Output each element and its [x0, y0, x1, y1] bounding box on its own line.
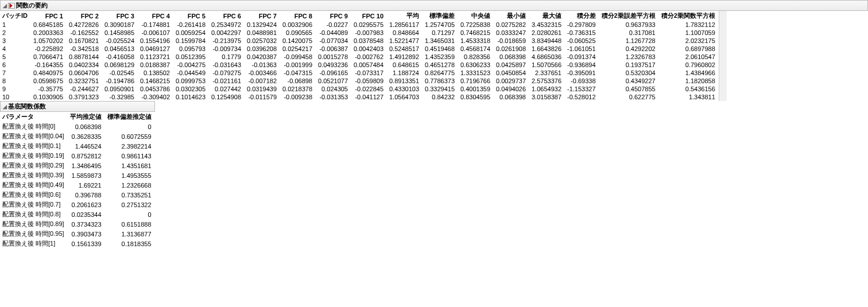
table-cell: 0.828356 [458, 53, 494, 61]
table-row[interactable]: 配置換え後 時間[0.8]0.02353440 [0, 209, 155, 219]
table-cell: -1.153327 [565, 85, 599, 93]
table-cell: 3.0158387 [529, 93, 565, 101]
table-cell: 0.0302305 [173, 85, 209, 93]
table-row[interactable]: 31.05702020.1670821-0.0255240.15541960.1… [0, 37, 719, 45]
table-cell: 1.4352359 [423, 53, 458, 61]
table-cell: 0.3090187 [102, 21, 138, 29]
table-row[interactable]: 配置換え後 時間[0.95]0.39034731.3136877 [0, 229, 155, 239]
table-cell: 0.6151888 [105, 219, 155, 229]
table-cell: -0.077034 [316, 37, 351, 45]
table-cell: 1.4953555 [105, 170, 155, 180]
table-cell: 0.024305 [316, 85, 351, 93]
table-cell: 2.5753376 [529, 77, 565, 85]
table-row[interactable]: 配置換え後 時間[0.1]1.4465242.3982214 [0, 141, 155, 151]
table-cell: 0.5436156 [659, 85, 719, 93]
table-cell: 0.0453786 [138, 85, 173, 93]
table-row[interactable]: 配置換え後 時間[0.6]0.3967880.7335251 [0, 190, 155, 200]
table-cell: 0.1670821 [67, 37, 102, 45]
table-cell: 0.3329415 [423, 85, 458, 93]
table-row[interactable]: 配置換え後 時間[0.49]1.692211.2326668 [0, 180, 155, 190]
table-cell: 0.0512395 [173, 53, 209, 61]
disclosure-icon[interactable]: ◢ [3, 104, 7, 110]
table-cell: 0.6306233 [458, 61, 494, 69]
table-cell: -0.044549 [173, 69, 209, 77]
table-row[interactable]: 配置換え後 時間[0.29]1.34864951.4351681 [0, 161, 155, 170]
table-row[interactable]: 100.10309050.3791323-0.32985-0.3094020.1… [0, 93, 719, 101]
table-row[interactable]: 配置換え後 時間[1]0.15613390.1818355 [0, 239, 155, 248]
table-cell: 0.7786373 [423, 77, 458, 85]
disclosure-icon[interactable]: ◢ [3, 3, 7, 9]
table-row[interactable]: 4-0.225892-0.3425180.04565130.04691270.0… [0, 45, 719, 53]
table-row[interactable]: 配置換え後 時間[0.39]1.58598731.4953555 [0, 170, 155, 180]
table-row[interactable]: 20.2003363-0.1625520.1458985-0.0061070.0… [0, 29, 719, 37]
table-cell: 0.0295575 [351, 21, 387, 29]
table-row[interactable]: 10.68451850.42728260.3090187-0.174881-0.… [0, 21, 719, 29]
table-cell: -0.031643 [209, 61, 245, 69]
table-row[interactable]: 配置換え後 時間[0]0.0683980 [0, 122, 155, 131]
table-cell: -0.164355 [31, 61, 67, 69]
table-row[interactable]: 配置換え後 時間[0.7]0.20616230.2751322 [0, 200, 155, 209]
table-cell: -0.099458 [280, 53, 316, 61]
table-cell: 0.84232 [423, 93, 458, 101]
table-cell: 0.7196766 [458, 77, 494, 85]
table-cell: -0.004275 [173, 61, 209, 69]
table-cell: 0 [105, 209, 155, 219]
table-row[interactable]: 6-0.1643550.04023340.06981290.0188387-0.… [0, 61, 719, 69]
summary-col-header: FPC 7 [245, 11, 280, 21]
table-cell: 1.2326668 [105, 180, 155, 190]
table-cell: 1 [0, 21, 31, 29]
table-cell: 1.1820858 [659, 77, 719, 85]
table-cell: 1.1267728 [599, 37, 659, 45]
summary-col-header: FPC 4 [138, 11, 173, 21]
table-cell: 0.4507855 [599, 85, 659, 93]
table-cell: 10 [0, 93, 31, 101]
table-cell: 0.7066471 [31, 53, 67, 61]
table-cell: 0.0042403 [351, 45, 387, 53]
table-cell: 0.2061623 [68, 200, 105, 209]
table-row[interactable]: 配置換え後 時間[0.04]0.36283350.6072559 [0, 131, 155, 141]
table-cell: 1.3486495 [68, 161, 105, 170]
table-cell: 1.5221477 [387, 37, 423, 45]
table-cell: 配置換え後 時間[0.95] [0, 229, 68, 239]
table-cell: -0.073317 [351, 69, 387, 77]
table-cell: 9 [0, 85, 31, 93]
table-cell: 0.0598675 [31, 77, 67, 85]
table-cell: 0.1561339 [68, 239, 105, 248]
table-cell: 配置換え後 時間[0.89] [0, 219, 68, 229]
table-cell: 0.4840975 [31, 69, 67, 77]
table-cell: 0.0261908 [494, 45, 529, 53]
table-row[interactable]: 配置換え後 時間[0.19]0.87528120.9861143 [0, 151, 155, 161]
table-cell: 配置換え後 時間[0.29] [0, 161, 68, 170]
table-row[interactable]: 70.48409750.0604706-0.025450.138502-0.04… [0, 69, 719, 77]
table-cell: -0.031353 [316, 93, 351, 101]
table-cell: 1.69221 [68, 180, 105, 190]
table-cell: 0.4568174 [458, 45, 494, 53]
table-cell: 0.8264775 [423, 69, 458, 77]
table-cell: 0.3628335 [68, 131, 105, 141]
table-row[interactable]: 配置換え後 時間[0.89]0.37343230.6151888 [0, 219, 155, 229]
table-cell: 4.6865036 [529, 53, 565, 61]
table-cell: 配置換え後 時間[0] [0, 122, 68, 131]
table-cell: 配置換え後 時間[0.04] [0, 131, 68, 141]
basis-section-header: ◢ 基底関数係数 [0, 101, 155, 112]
table-cell: -0.044089 [316, 29, 351, 37]
table-cell: -0.342518 [67, 45, 102, 53]
table-cell: 8 [0, 77, 31, 85]
table-cell: 0.095793 [173, 45, 209, 53]
summary-col-header: FPC 9 [316, 11, 351, 21]
table-row[interactable]: 9-0.35775-0.2446270.09509010.04537860.03… [0, 85, 719, 93]
table-cell: 0.622775 [599, 93, 659, 101]
table-cell: -0.021161 [209, 77, 245, 85]
table-cell: 0.7225838 [458, 21, 494, 29]
table-cell: 0.0188387 [138, 61, 173, 69]
table-row[interactable]: 50.70664710.8878144-0.4160580.11237210.0… [0, 53, 719, 61]
table-cell: -0.018659 [494, 37, 529, 45]
vertical-scrollbar[interactable] [719, 11, 727, 101]
table-cell: -0.011579 [245, 93, 280, 101]
table-cell: 1.6643826 [529, 45, 565, 53]
dropdown-button[interactable] [8, 3, 15, 9]
table-row[interactable]: 80.05986750.3232751-0.1947860.14682150.0… [0, 77, 719, 85]
table-cell: 0.5320304 [599, 69, 659, 77]
table-cell: 1.4351681 [105, 161, 155, 170]
table-cell: 0.1030905 [31, 93, 67, 101]
